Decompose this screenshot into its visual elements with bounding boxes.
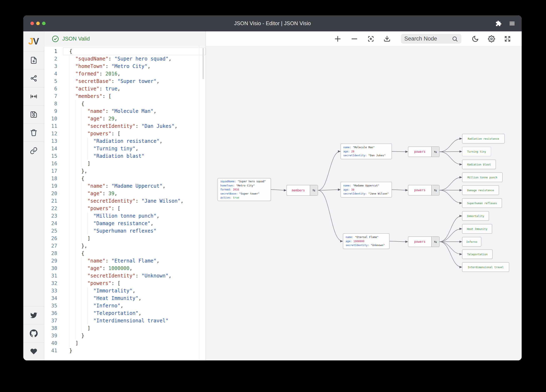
code-line-17: 17 }, [44,167,206,175]
line-number: 28 [44,250,63,257]
graph-toolbar [206,32,522,46]
line-number: 1 [44,48,63,55]
line-number: 41 [44,347,63,354]
line-number: 18 [44,175,63,182]
graph-node-p2[interactable]: powers⇆ [408,185,439,195]
close-window-button[interactable] [30,22,34,25]
graph-node-p1[interactable]: powers⇆ [408,146,439,157]
line-number: 32 [44,279,63,287]
code-line-14: 14 "Turning tiny", [44,145,206,152]
dark-mode-toggle[interactable] [472,35,479,42]
focus-center-icon [367,35,374,42]
collapse-horizontal-icon [30,93,38,100]
collapse-node-icon[interactable]: ⇆ [310,185,318,195]
editor-panel: JSON Valid 1{2 "squadName": "Super hero … [44,32,206,360]
twitter-link[interactable] [23,306,44,324]
line-number: 9 [44,107,63,115]
github-link[interactable] [23,324,44,342]
graph-node-l1b[interactable]: Turning tiny [462,147,491,156]
extension-puzzle-icon[interactable] [495,20,502,27]
code-line-4: 4 "formed": 2016, [44,70,206,77]
node-label: members [287,185,310,195]
line-number: 14 [44,145,63,152]
json-code-editor[interactable]: 1{2 "squadName": "Super hero squad",3 "h… [44,46,206,360]
collapse-node-icon[interactable]: ⇆ [431,185,439,195]
download-image-button[interactable] [384,35,390,42]
moon-icon [472,35,479,42]
graph-node-m3[interactable]: name: "Eternal Flame"age: 1000000secretI… [343,234,390,249]
graph-node-m1[interactable]: name: "Molecule Man"age: 29secretIdentit… [341,144,392,159]
zoom-out-button[interactable] [351,35,358,43]
graph-node-members[interactable]: members⇆ [286,185,318,196]
check-circle-icon [52,35,59,42]
code-line-22: 22 "powers": [ [44,205,206,212]
minus-icon [351,35,358,43]
line-number: 15 [44,152,63,160]
share-link-button[interactable] [23,142,44,160]
maximize-window-button[interactable] [42,22,46,25]
code-line-12: 12 "powers": [ [44,130,206,137]
new-file-button[interactable] [23,51,44,69]
graph-node-p3[interactable]: powers⇆ [408,237,439,247]
graph-node-l1a[interactable]: Radiation resistance [462,134,505,143]
graph-node-l1c[interactable]: Radiation blast [462,160,496,169]
code-line-25: 25 "Superhuman reflexes" [44,227,206,235]
code-line-34: 34 "Heat Immunity", [44,295,206,302]
line-number: 40 [44,339,63,347]
editor-header: JSON Valid [44,32,206,46]
graph-node-l2a[interactable]: Million tonne punch [462,172,502,182]
json-valid-status: JSON Valid [62,36,90,42]
line-number: 30 [44,265,63,272]
minimize-window-button[interactable] [36,22,40,25]
browser-menu-hamburger-icon[interactable] [509,20,515,27]
line-number: 37 [44,317,63,324]
collapse-node-icon[interactable]: ⇆ [431,237,439,247]
graph-node-l3b[interactable]: Heat Immunity [462,224,492,234]
graph-node-l3e[interactable]: Interdimensional travel [462,262,509,272]
graph-node-l3d[interactable]: Teleportation [462,249,493,259]
line-number: 16 [44,160,63,167]
graph-node-m2[interactable]: name: "Madame Uppercut"age: 39secretIden… [341,182,392,197]
line-number: 7 [44,93,63,100]
share-nodes-icon [30,75,38,82]
code-line-36: 36 "Teleportation", [44,310,206,317]
code-line-20: 20 "age": 39, [44,190,206,197]
line-number: 22 [44,205,63,212]
fullscreen-button[interactable] [504,36,511,42]
zoom-in-button[interactable] [334,35,341,43]
share-button[interactable] [23,69,44,87]
graph-node-root[interactable]: squadName: "Super hero squad"homeTown: "… [218,178,271,201]
expand-arrows-icon [504,36,511,42]
code-line-13: 13 "Radiation resistance", [44,137,206,145]
line-number: 33 [44,287,63,295]
center-focus-button[interactable] [367,35,374,42]
line-number: 34 [44,295,63,302]
line-number: 35 [44,302,63,310]
settings-button[interactable] [488,35,495,42]
code-line-31: 31 "secretIdentity": "Unknown", [44,272,206,279]
center-view-button[interactable] [23,87,44,105]
line-number: 36 [44,310,63,317]
app-logo[interactable]: JV [23,32,44,51]
heart-icon [30,348,38,355]
code-line-16: 16 ] [44,160,206,167]
graph-node-l3c[interactable]: Inferno [462,237,481,247]
clear-button[interactable] [23,123,44,142]
save-button[interactable] [23,105,44,123]
sponsor-link[interactable] [23,342,44,360]
graph-node-l2c[interactable]: Superhuman reflexes [462,198,502,208]
line-number: 26 [44,235,63,242]
code-line-29: 29 "name": "Eternal Flame", [44,257,206,265]
window-title: JSON Visio - Editor | JSON Visio [23,20,522,26]
collapse-node-icon[interactable]: ⇆ [431,147,439,157]
code-line-11: 11 "secretIdentity": "Dan Jukes", [44,122,206,130]
graph-node-l2b[interactable]: Damage resistance [462,185,499,195]
editor-scrollbar-thumb[interactable] [202,48,204,79]
search-icon [452,36,458,42]
line-number: 24 [44,220,63,227]
code-line-9: 9 "name": "Molecule Man", [44,107,206,115]
graph-node-l3a[interactable]: Immortality [462,211,489,221]
search-node-input[interactable] [404,36,452,42]
graph-canvas[interactable]: squadName: "Super hero squad"homeTown: "… [206,46,522,360]
node-label: powers [408,237,431,247]
